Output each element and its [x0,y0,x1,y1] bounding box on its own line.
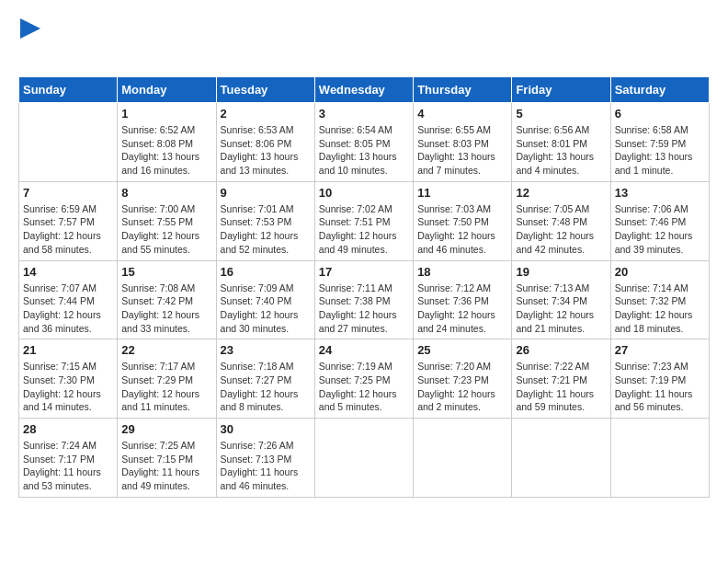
day-info: Sunrise: 6:55 AM Sunset: 8:03 PM Dayligh… [417,123,507,178]
day-number: 9 [221,186,311,200]
day-info: Sunrise: 7:09 AM Sunset: 7:40 PM Dayligh… [221,282,311,336]
day-info: Sunrise: 6:56 AM Sunset: 8:01 PM Dayligh… [516,123,606,178]
logo-arrow-icon [20,18,40,39]
day-number: 27 [615,343,705,357]
day-number: 24 [319,343,409,357]
column-header-tuesday: Tuesday [216,77,314,103]
column-header-thursday: Thursday [414,77,512,103]
day-info: Sunrise: 7:24 AM Sunset: 7:17 PM Dayligh… [23,439,113,493]
day-info: Sunrise: 7:03 AM Sunset: 7:50 PM Dayligh… [417,202,507,257]
calendar-week-5: 28Sunrise: 7:24 AM Sunset: 7:17 PM Dayli… [19,419,710,498]
column-header-friday: Friday [512,77,610,103]
day-number: 18 [417,265,507,279]
calendar-cell: 18Sunrise: 7:12 AM Sunset: 7:36 PM Dayli… [414,260,512,339]
calendar-cell: 24Sunrise: 7:19 AM Sunset: 7:25 PM Dayli… [314,339,413,419]
day-info: Sunrise: 6:53 AM Sunset: 8:06 PM Dayligh… [221,123,311,178]
calendar-cell: 3Sunrise: 6:54 AM Sunset: 8:05 PM Daylig… [314,103,413,182]
calendar-cell: 13Sunrise: 7:06 AM Sunset: 7:46 PM Dayli… [610,181,709,260]
calendar-cell: 22Sunrise: 7:17 AM Sunset: 7:29 PM Dayli… [118,339,216,419]
day-number: 20 [615,265,705,279]
calendar-cell [414,419,512,498]
day-number: 8 [121,186,211,200]
day-info: Sunrise: 7:20 AM Sunset: 7:23 PM Dayligh… [417,360,507,414]
column-header-sunday: Sunday [19,77,118,103]
day-info: Sunrise: 7:02 AM Sunset: 7:51 PM Dayligh… [319,202,409,257]
calendar-cell [610,419,709,498]
calendar-cell: 23Sunrise: 7:18 AM Sunset: 7:27 PM Dayli… [216,339,314,419]
day-info: Sunrise: 7:11 AM Sunset: 7:38 PM Dayligh… [319,282,409,336]
calendar-cell [512,419,610,498]
day-info: Sunrise: 7:25 AM Sunset: 7:15 PM Dayligh… [121,439,211,493]
calendar-cell: 10Sunrise: 7:02 AM Sunset: 7:51 PM Dayli… [314,181,413,260]
calendar-cell: 15Sunrise: 7:08 AM Sunset: 7:42 PM Dayli… [118,260,216,339]
calendar-cell: 6Sunrise: 6:58 AM Sunset: 7:59 PM Daylig… [610,103,709,182]
calendar-cell: 27Sunrise: 7:23 AM Sunset: 7:19 PM Dayli… [610,339,709,419]
logo: G [18,18,40,67]
day-info: Sunrise: 7:15 AM Sunset: 7:30 PM Dayligh… [23,360,113,414]
day-number: 26 [516,343,606,357]
column-header-wednesday: Wednesday [314,77,413,103]
calendar-week-1: 1Sunrise: 6:52 AM Sunset: 8:08 PM Daylig… [19,103,710,182]
calendar-cell: 28Sunrise: 7:24 AM Sunset: 7:17 PM Dayli… [19,419,118,498]
day-info: Sunrise: 7:14 AM Sunset: 7:32 PM Dayligh… [615,282,705,336]
calendar-header-row: SundayMondayTuesdayWednesdayThursdayFrid… [19,77,710,103]
calendar-cell: 14Sunrise: 7:07 AM Sunset: 7:44 PM Dayli… [19,260,118,339]
day-number: 1 [121,107,211,121]
day-info: Sunrise: 7:19 AM Sunset: 7:25 PM Dayligh… [319,360,409,414]
calendar-cell: 17Sunrise: 7:11 AM Sunset: 7:38 PM Dayli… [314,260,413,339]
day-number: 30 [221,422,311,436]
calendar-cell [19,103,118,182]
day-number: 6 [615,107,705,121]
day-info: Sunrise: 6:54 AM Sunset: 8:05 PM Dayligh… [319,123,409,178]
day-info: Sunrise: 7:05 AM Sunset: 7:48 PM Dayligh… [516,202,606,257]
day-number: 12 [516,186,606,200]
day-number: 7 [23,186,113,200]
day-info: Sunrise: 6:58 AM Sunset: 7:59 PM Dayligh… [615,123,705,178]
day-info: Sunrise: 7:12 AM Sunset: 7:36 PM Dayligh… [417,282,507,336]
calendar-cell: 4Sunrise: 6:55 AM Sunset: 8:03 PM Daylig… [414,103,512,182]
day-number: 16 [221,265,311,279]
column-header-monday: Monday [118,77,216,103]
calendar-cell: 26Sunrise: 7:22 AM Sunset: 7:21 PM Dayli… [512,339,610,419]
day-number: 28 [23,422,113,436]
day-number: 14 [23,265,113,279]
calendar-cell: 16Sunrise: 7:09 AM Sunset: 7:40 PM Dayli… [216,260,314,339]
day-number: 29 [121,422,211,436]
day-number: 10 [319,186,409,200]
column-header-saturday: Saturday [610,77,709,103]
day-info: Sunrise: 6:59 AM Sunset: 7:57 PM Dayligh… [23,202,113,257]
calendar-cell: 5Sunrise: 6:56 AM Sunset: 8:01 PM Daylig… [512,103,610,182]
page-header: G [18,18,710,67]
day-info: Sunrise: 6:52 AM Sunset: 8:08 PM Dayligh… [121,123,211,178]
calendar-cell: 1Sunrise: 6:52 AM Sunset: 8:08 PM Daylig… [118,103,216,182]
calendar-cell: 20Sunrise: 7:14 AM Sunset: 7:32 PM Dayli… [610,260,709,339]
day-info: Sunrise: 7:01 AM Sunset: 7:53 PM Dayligh… [221,202,311,257]
calendar-cell: 11Sunrise: 7:03 AM Sunset: 7:50 PM Dayli… [414,181,512,260]
calendar-cell: 2Sunrise: 6:53 AM Sunset: 8:06 PM Daylig… [216,103,314,182]
day-number: 25 [417,343,507,357]
day-number: 3 [319,107,409,121]
day-number: 5 [516,107,606,121]
day-number: 23 [221,343,311,357]
day-info: Sunrise: 7:07 AM Sunset: 7:44 PM Dayligh… [23,282,113,336]
day-number: 17 [319,265,409,279]
svg-marker-0 [20,18,40,39]
day-info: Sunrise: 7:18 AM Sunset: 7:27 PM Dayligh… [221,360,311,414]
calendar-cell: 19Sunrise: 7:13 AM Sunset: 7:34 PM Dayli… [512,260,610,339]
day-info: Sunrise: 7:17 AM Sunset: 7:29 PM Dayligh… [121,360,211,414]
day-number: 13 [615,186,705,200]
day-number: 4 [417,107,507,121]
calendar-cell: 25Sunrise: 7:20 AM Sunset: 7:23 PM Dayli… [414,339,512,419]
day-number: 2 [221,107,311,121]
calendar-table: SundayMondayTuesdayWednesdayThursdayFrid… [18,76,710,498]
day-number: 19 [516,265,606,279]
day-info: Sunrise: 7:00 AM Sunset: 7:55 PM Dayligh… [121,202,211,257]
calendar-cell [314,419,413,498]
day-info: Sunrise: 7:13 AM Sunset: 7:34 PM Dayligh… [516,282,606,336]
day-info: Sunrise: 7:06 AM Sunset: 7:46 PM Dayligh… [615,202,705,257]
calendar-cell: 8Sunrise: 7:00 AM Sunset: 7:55 PM Daylig… [118,181,216,260]
calendar-cell: 7Sunrise: 6:59 AM Sunset: 7:57 PM Daylig… [19,181,118,260]
calendar-week-3: 14Sunrise: 7:07 AM Sunset: 7:44 PM Dayli… [19,260,710,339]
day-info: Sunrise: 7:22 AM Sunset: 7:21 PM Dayligh… [516,360,606,414]
calendar-week-4: 21Sunrise: 7:15 AM Sunset: 7:30 PM Dayli… [19,339,710,419]
